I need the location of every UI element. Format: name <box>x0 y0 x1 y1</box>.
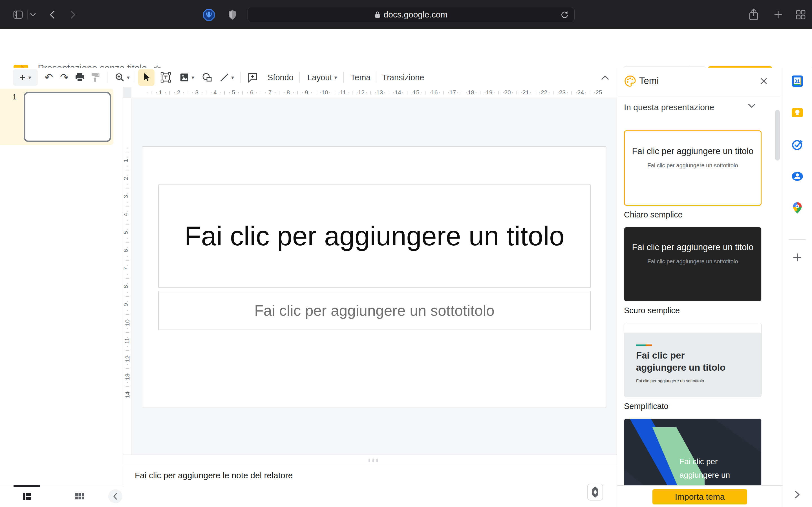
palette-icon <box>624 75 637 87</box>
image-icon <box>180 73 189 82</box>
drag-dots-icon <box>376 459 378 462</box>
new-tab-icon[interactable] <box>772 9 784 20</box>
sidebar-chevron-down-icon[interactable] <box>29 12 37 17</box>
chevron-right-icon <box>794 490 801 499</box>
new-slide-button[interactable]: + ▾ <box>13 69 38 86</box>
zoom-icon <box>115 73 124 82</box>
content-blocker-extension-icon[interactable] <box>202 8 215 21</box>
subtitle-placeholder-text: Fai clic per aggiungere un sottotitolo <box>254 302 494 319</box>
line-icon <box>220 73 229 82</box>
theme-card-chiaro-semplice[interactable]: Fai clic per aggiungere un titolo Fai cl… <box>624 130 762 206</box>
add-comment-button[interactable] <box>245 68 260 87</box>
expand-side-panel-button[interactable] <box>791 489 804 501</box>
select-tool-button[interactable] <box>138 69 154 86</box>
themes-panel-title: Temi <box>639 75 659 86</box>
transition-button[interactable]: Transizione <box>381 68 425 87</box>
in-this-presentation-row[interactable]: In questa presentazione <box>617 95 782 120</box>
collapse-toolbar-button[interactable] <box>597 68 613 87</box>
themes-panel: Temi In questa presentazione Fai clic pe… <box>617 68 782 507</box>
lock-icon <box>375 11 380 18</box>
divider <box>299 72 300 83</box>
divider <box>343 72 344 83</box>
divider <box>789 239 806 240</box>
add-app-icon[interactable] <box>791 251 804 264</box>
insert-image-button[interactable]: ▾ <box>177 68 197 87</box>
plus-icon: + <box>19 72 26 82</box>
theme-name: Semplificato <box>624 402 782 412</box>
grid-view-button[interactable] <box>73 485 87 507</box>
print-button[interactable] <box>73 68 87 87</box>
filmstrip: 1 <box>0 87 123 485</box>
speaker-notes-placeholder: Fai clic per aggiungere le note del rela… <box>135 471 293 480</box>
tasks-icon[interactable] <box>791 138 804 151</box>
divider <box>240 72 241 83</box>
collapse-filmstrip-button[interactable] <box>108 489 122 503</box>
caret-down-icon: ▾ <box>231 75 234 80</box>
title-placeholder-box[interactable]: Fai clic per aggiungere un titolo <box>158 184 591 288</box>
import-theme-button[interactable]: Importa tema <box>652 489 747 504</box>
theme-preview-subtitle: Fai clic per aggiungere un sottotitolo <box>631 258 755 265</box>
cursor-icon <box>142 73 151 82</box>
keep-icon[interactable] <box>791 107 804 119</box>
slide-thumbnail[interactable] <box>24 92 111 142</box>
theme-preview-title: Fai clic per aggiungere un titolo <box>679 455 747 485</box>
notes-resize-handle[interactable] <box>123 455 623 466</box>
drag-dots-icon <box>372 459 374 462</box>
insert-line-button[interactable]: ▾ <box>217 68 237 87</box>
caret-down-icon: ▾ <box>192 75 194 80</box>
layout-button[interactable]: Layout▾ <box>305 68 340 87</box>
tab-overview-icon[interactable] <box>795 9 807 20</box>
side-apps-strip: 31 <box>782 68 812 507</box>
slide-number: 1 <box>12 93 17 101</box>
contacts-icon[interactable] <box>791 170 804 182</box>
url-text: docs.google.com <box>384 10 448 19</box>
paint-format-button[interactable] <box>88 68 102 87</box>
caret-down-icon: ▾ <box>127 75 130 80</box>
address-bar[interactable]: docs.google.com <box>248 7 574 22</box>
insert-shape-button[interactable] <box>200 68 215 87</box>
themes-panel-header: Temi <box>617 68 782 95</box>
share-page-icon[interactable] <box>747 8 760 21</box>
chevron-up-icon <box>601 75 609 80</box>
calendar-icon[interactable]: 31 <box>791 75 804 87</box>
speaker-notes[interactable]: Fai clic per aggiungere le note del rela… <box>123 466 623 507</box>
close-icon <box>760 77 768 86</box>
undo-button[interactable]: ↶ <box>42 68 55 87</box>
theme-preview-subtitle: Fai clic per aggiungere un sottotitolo <box>631 162 754 169</box>
svg-text:31: 31 <box>795 78 800 84</box>
themes-list: Fai clic per aggiungere un titolo Fai cl… <box>617 120 782 485</box>
maps-icon[interactable] <box>791 202 804 214</box>
browser-titlebar: docs.google.com <box>0 0 812 29</box>
background-button[interactable]: Sfondo <box>265 68 296 87</box>
subtitle-placeholder-box[interactable]: Fai clic per aggiungere un sottotitolo <box>158 291 591 330</box>
filmstrip-selected-row[interactable]: 1 <box>0 89 113 145</box>
redo-button[interactable]: ↷ <box>58 68 71 87</box>
back-button[interactable] <box>47 9 58 20</box>
divider <box>376 72 376 83</box>
explore-icon <box>590 486 600 498</box>
close-panel-button[interactable] <box>758 75 769 87</box>
shield-extension-icon[interactable] <box>227 9 238 21</box>
theme-card-geometric[interactable]: Fai clic per aggiungere un titolo <box>624 418 762 485</box>
panel-scrollbar[interactable] <box>775 110 780 161</box>
sidebar-toggle-icon[interactable] <box>12 9 24 20</box>
title-placeholder-text: Fai clic per aggiungere un titolo <box>180 219 569 252</box>
theme-name: Chiaro semplice <box>624 210 782 220</box>
divider <box>107 72 107 83</box>
theme-button[interactable]: Tema <box>349 68 373 87</box>
theme-card-semplificato[interactable]: Fai clic per aggiungere un titolo Fai cl… <box>624 323 762 397</box>
v-ruler: 1234567891011121314 <box>123 98 132 455</box>
theme-card-scuro-semplice[interactable]: Fai clic per aggiungere un titolo Fai cl… <box>624 227 762 301</box>
zoom-button[interactable]: ▾ <box>112 68 133 87</box>
google-slides-window: docs.google.com Presentazione senza tito… <box>0 0 812 507</box>
reload-icon[interactable] <box>560 10 569 19</box>
forward-button[interactable] <box>67 9 79 20</box>
slide-editor[interactable]: Fai clic per aggiungere un titolo Fai cl… <box>142 147 606 408</box>
explore-button[interactable] <box>587 484 603 501</box>
caret-down-icon: ▾ <box>28 75 31 80</box>
accent-dash-teal <box>636 344 646 346</box>
text-box-button[interactable] <box>158 68 174 87</box>
chevron-down-icon <box>748 103 756 109</box>
filmstrip-view-button[interactable] <box>20 485 34 507</box>
theme-preview-title: Fai clic per aggiungere un titolo <box>631 241 755 253</box>
